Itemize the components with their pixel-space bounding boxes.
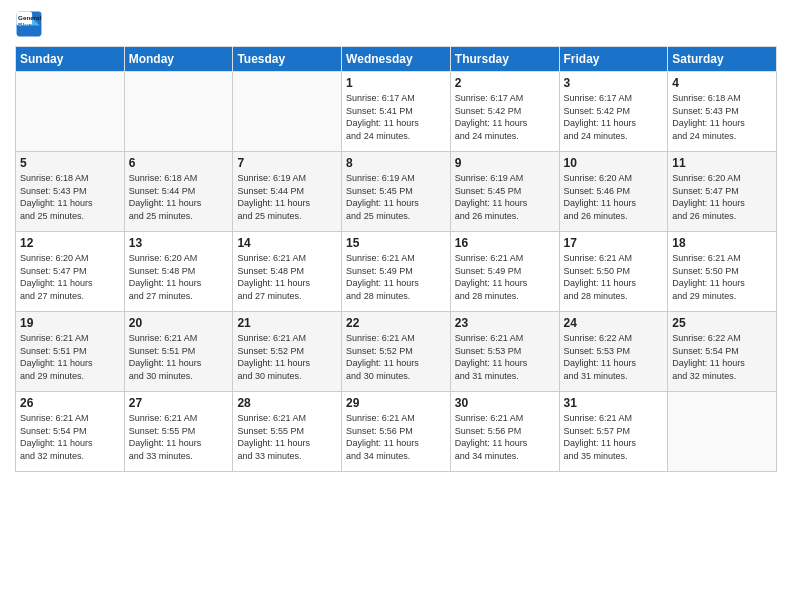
day-number: 30 <box>455 396 555 410</box>
day-number: 8 <box>346 156 446 170</box>
calendar-cell: 10Sunrise: 6:20 AM Sunset: 5:46 PM Dayli… <box>559 152 668 232</box>
day-number: 9 <box>455 156 555 170</box>
weekday-header-wednesday: Wednesday <box>342 47 451 72</box>
calendar-cell: 4Sunrise: 6:18 AM Sunset: 5:43 PM Daylig… <box>668 72 777 152</box>
day-number: 25 <box>672 316 772 330</box>
day-info: Sunrise: 6:21 AM Sunset: 5:53 PM Dayligh… <box>455 332 555 382</box>
day-info: Sunrise: 6:18 AM Sunset: 5:43 PM Dayligh… <box>20 172 120 222</box>
day-info: Sunrise: 6:20 AM Sunset: 5:48 PM Dayligh… <box>129 252 229 302</box>
calendar-cell: 15Sunrise: 6:21 AM Sunset: 5:49 PM Dayli… <box>342 232 451 312</box>
calendar-cell: 29Sunrise: 6:21 AM Sunset: 5:56 PM Dayli… <box>342 392 451 472</box>
calendar-cell: 21Sunrise: 6:21 AM Sunset: 5:52 PM Dayli… <box>233 312 342 392</box>
calendar-cell: 3Sunrise: 6:17 AM Sunset: 5:42 PM Daylig… <box>559 72 668 152</box>
day-number: 11 <box>672 156 772 170</box>
day-number: 1 <box>346 76 446 90</box>
day-info: Sunrise: 6:19 AM Sunset: 5:44 PM Dayligh… <box>237 172 337 222</box>
day-number: 21 <box>237 316 337 330</box>
day-info: Sunrise: 6:21 AM Sunset: 5:51 PM Dayligh… <box>20 332 120 382</box>
day-info: Sunrise: 6:21 AM Sunset: 5:52 PM Dayligh… <box>346 332 446 382</box>
day-number: 2 <box>455 76 555 90</box>
day-info: Sunrise: 6:21 AM Sunset: 5:57 PM Dayligh… <box>564 412 664 462</box>
day-number: 23 <box>455 316 555 330</box>
day-info: Sunrise: 6:21 AM Sunset: 5:54 PM Dayligh… <box>20 412 120 462</box>
day-info: Sunrise: 6:21 AM Sunset: 5:51 PM Dayligh… <box>129 332 229 382</box>
day-info: Sunrise: 6:17 AM Sunset: 5:42 PM Dayligh… <box>455 92 555 142</box>
day-info: Sunrise: 6:21 AM Sunset: 5:55 PM Dayligh… <box>237 412 337 462</box>
day-number: 18 <box>672 236 772 250</box>
calendar-cell: 24Sunrise: 6:22 AM Sunset: 5:53 PM Dayli… <box>559 312 668 392</box>
weekday-header-monday: Monday <box>124 47 233 72</box>
calendar-cell: 7Sunrise: 6:19 AM Sunset: 5:44 PM Daylig… <box>233 152 342 232</box>
day-number: 4 <box>672 76 772 90</box>
day-number: 6 <box>129 156 229 170</box>
day-info: Sunrise: 6:21 AM Sunset: 5:56 PM Dayligh… <box>455 412 555 462</box>
calendar-cell: 5Sunrise: 6:18 AM Sunset: 5:43 PM Daylig… <box>16 152 125 232</box>
calendar-cell: 28Sunrise: 6:21 AM Sunset: 5:55 PM Dayli… <box>233 392 342 472</box>
day-info: Sunrise: 6:18 AM Sunset: 5:43 PM Dayligh… <box>672 92 772 142</box>
day-number: 17 <box>564 236 664 250</box>
calendar-body: 1Sunrise: 6:17 AM Sunset: 5:41 PM Daylig… <box>16 72 777 472</box>
calendar-cell: 22Sunrise: 6:21 AM Sunset: 5:52 PM Dayli… <box>342 312 451 392</box>
logo: General Blue <box>15 10 47 38</box>
day-info: Sunrise: 6:22 AM Sunset: 5:53 PM Dayligh… <box>564 332 664 382</box>
day-number: 14 <box>237 236 337 250</box>
calendar-cell: 16Sunrise: 6:21 AM Sunset: 5:49 PM Dayli… <box>450 232 559 312</box>
day-number: 19 <box>20 316 120 330</box>
day-number: 16 <box>455 236 555 250</box>
calendar-page: General Blue SundayMondayTuesdayWednesda… <box>0 0 792 612</box>
day-info: Sunrise: 6:17 AM Sunset: 5:42 PM Dayligh… <box>564 92 664 142</box>
day-info: Sunrise: 6:20 AM Sunset: 5:46 PM Dayligh… <box>564 172 664 222</box>
day-number: 29 <box>346 396 446 410</box>
day-number: 5 <box>20 156 120 170</box>
day-info: Sunrise: 6:21 AM Sunset: 5:56 PM Dayligh… <box>346 412 446 462</box>
header: General Blue <box>15 10 777 38</box>
calendar-cell: 31Sunrise: 6:21 AM Sunset: 5:57 PM Dayli… <box>559 392 668 472</box>
day-number: 28 <box>237 396 337 410</box>
calendar-cell: 27Sunrise: 6:21 AM Sunset: 5:55 PM Dayli… <box>124 392 233 472</box>
calendar-cell: 17Sunrise: 6:21 AM Sunset: 5:50 PM Dayli… <box>559 232 668 312</box>
calendar-cell: 9Sunrise: 6:19 AM Sunset: 5:45 PM Daylig… <box>450 152 559 232</box>
calendar-cell: 8Sunrise: 6:19 AM Sunset: 5:45 PM Daylig… <box>342 152 451 232</box>
day-info: Sunrise: 6:21 AM Sunset: 5:48 PM Dayligh… <box>237 252 337 302</box>
day-info: Sunrise: 6:21 AM Sunset: 5:49 PM Dayligh… <box>455 252 555 302</box>
weekday-header-sunday: Sunday <box>16 47 125 72</box>
calendar-cell: 11Sunrise: 6:20 AM Sunset: 5:47 PM Dayli… <box>668 152 777 232</box>
day-number: 27 <box>129 396 229 410</box>
calendar-cell: 12Sunrise: 6:20 AM Sunset: 5:47 PM Dayli… <box>16 232 125 312</box>
day-number: 15 <box>346 236 446 250</box>
calendar-cell: 14Sunrise: 6:21 AM Sunset: 5:48 PM Dayli… <box>233 232 342 312</box>
day-info: Sunrise: 6:17 AM Sunset: 5:41 PM Dayligh… <box>346 92 446 142</box>
calendar-cell <box>16 72 125 152</box>
week-row-5: 26Sunrise: 6:21 AM Sunset: 5:54 PM Dayli… <box>16 392 777 472</box>
weekday-header-saturday: Saturday <box>668 47 777 72</box>
week-row-4: 19Sunrise: 6:21 AM Sunset: 5:51 PM Dayli… <box>16 312 777 392</box>
calendar-cell: 18Sunrise: 6:21 AM Sunset: 5:50 PM Dayli… <box>668 232 777 312</box>
day-number: 22 <box>346 316 446 330</box>
day-info: Sunrise: 6:20 AM Sunset: 5:47 PM Dayligh… <box>20 252 120 302</box>
weekday-header-row: SundayMondayTuesdayWednesdayThursdayFrid… <box>16 47 777 72</box>
calendar-cell <box>124 72 233 152</box>
svg-text:General: General <box>18 14 41 21</box>
day-info: Sunrise: 6:19 AM Sunset: 5:45 PM Dayligh… <box>455 172 555 222</box>
day-number: 24 <box>564 316 664 330</box>
calendar-cell: 23Sunrise: 6:21 AM Sunset: 5:53 PM Dayli… <box>450 312 559 392</box>
day-number: 3 <box>564 76 664 90</box>
calendar-cell: 26Sunrise: 6:21 AM Sunset: 5:54 PM Dayli… <box>16 392 125 472</box>
day-number: 26 <box>20 396 120 410</box>
day-info: Sunrise: 6:18 AM Sunset: 5:44 PM Dayligh… <box>129 172 229 222</box>
calendar-cell: 30Sunrise: 6:21 AM Sunset: 5:56 PM Dayli… <box>450 392 559 472</box>
calendar-cell <box>233 72 342 152</box>
weekday-header-thursday: Thursday <box>450 47 559 72</box>
calendar-cell: 6Sunrise: 6:18 AM Sunset: 5:44 PM Daylig… <box>124 152 233 232</box>
day-number: 20 <box>129 316 229 330</box>
day-info: Sunrise: 6:21 AM Sunset: 5:49 PM Dayligh… <box>346 252 446 302</box>
day-info: Sunrise: 6:21 AM Sunset: 5:50 PM Dayligh… <box>672 252 772 302</box>
day-number: 12 <box>20 236 120 250</box>
weekday-header-friday: Friday <box>559 47 668 72</box>
day-number: 13 <box>129 236 229 250</box>
svg-text:Blue: Blue <box>18 21 32 28</box>
day-info: Sunrise: 6:21 AM Sunset: 5:55 PM Dayligh… <box>129 412 229 462</box>
logo-icon: General Blue <box>15 10 43 38</box>
day-info: Sunrise: 6:22 AM Sunset: 5:54 PM Dayligh… <box>672 332 772 382</box>
day-info: Sunrise: 6:21 AM Sunset: 5:50 PM Dayligh… <box>564 252 664 302</box>
